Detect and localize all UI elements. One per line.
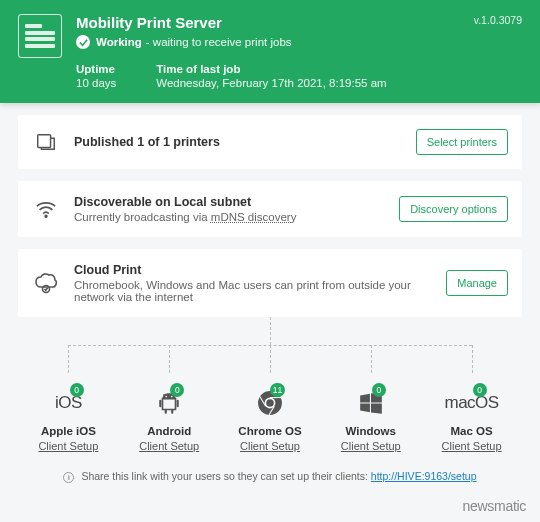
platform-windows: 0 Windows Client Setup: [320, 387, 421, 452]
platform-chrome: 11 Chrome OS Client Setup: [220, 387, 321, 452]
discover-sub: Currently broadcasting via mDNS discover…: [74, 211, 399, 223]
server-status: Working - waiting to receive print jobs: [76, 35, 522, 49]
server-header: Mobility Print Server Working - waiting …: [0, 0, 540, 103]
windows-icon: 0: [320, 387, 421, 419]
macos-icon: macOS 0: [421, 387, 522, 419]
svg-point-1: [45, 215, 47, 217]
platform-macos: macOS 0 Mac OS Client Setup: [421, 387, 522, 452]
ios-icon: iOS 0: [18, 387, 119, 419]
chrome-setup-link[interactable]: Client Setup: [220, 440, 321, 452]
svg-rect-7: [165, 410, 167, 414]
manage-button[interactable]: Manage: [446, 270, 508, 296]
info-icon: i: [63, 472, 74, 483]
ios-badge: 0: [70, 383, 84, 397]
discovery-options-button[interactable]: Discovery options: [399, 196, 508, 222]
version-label: v.1.0.3079: [474, 14, 522, 26]
cloud-print-icon: [32, 271, 60, 295]
server-logo-icon: [18, 14, 62, 58]
select-printers-button[interactable]: Select printers: [416, 129, 508, 155]
svg-rect-6: [177, 400, 179, 408]
platform-android: 0 Android Client Setup: [119, 387, 220, 452]
card-cloud: Cloud Print Chromebook, Windows and Mac …: [18, 249, 522, 317]
printers-title: Published 1 of 1 printers: [74, 135, 416, 149]
share-row: i Share this link with your users so the…: [0, 462, 540, 491]
discover-title: Discoverable on Local subnet: [74, 195, 399, 209]
uptime-value: 10 days: [76, 77, 116, 89]
mdns-link[interactable]: mDNS discovery: [211, 211, 297, 223]
svg-point-3: [166, 396, 168, 398]
ios-setup-link[interactable]: Client Setup: [18, 440, 119, 452]
card-discover: Discoverable on Local subnet Currently b…: [18, 181, 522, 237]
status-working-label: Working: [96, 36, 142, 48]
platform-ios: iOS 0 Apple iOS Client Setup: [18, 387, 119, 452]
platforms-row: iOS 0 Apple iOS Client Setup 0 Android C…: [0, 387, 540, 462]
lastjob-value: Wednesday, February 17th 2021, 8:19:55 a…: [156, 77, 386, 89]
android-setup-link[interactable]: Client Setup: [119, 440, 220, 452]
cloud-title: Cloud Print: [74, 263, 446, 277]
chrome-badge: 11: [270, 383, 285, 397]
lastjob-label: Time of last job: [156, 63, 386, 75]
android-badge: 0: [170, 383, 184, 397]
macos-badge: 0: [473, 383, 487, 397]
svg-rect-8: [171, 410, 173, 414]
lastjob-block: Time of last job Wednesday, February 17t…: [156, 63, 386, 89]
android-name: Android: [119, 425, 220, 437]
macos-name: Mac OS: [421, 425, 522, 437]
watermark: newsmatic: [463, 498, 526, 514]
svg-rect-5: [159, 400, 161, 408]
macos-setup-link[interactable]: Client Setup: [421, 440, 522, 452]
status-check-icon: [76, 35, 90, 49]
ios-name: Apple iOS: [18, 425, 119, 437]
status-detail: - waiting to receive print jobs: [146, 36, 292, 48]
cloud-sub: Chromebook, Windows and Mac users can pr…: [74, 279, 446, 303]
windows-name: Windows: [320, 425, 421, 437]
windows-setup-link[interactable]: Client Setup: [320, 440, 421, 452]
svg-rect-0: [38, 135, 51, 148]
server-title: Mobility Print Server: [76, 14, 522, 31]
share-url-link[interactable]: http://HIVE:9163/setup: [371, 470, 477, 482]
android-icon: 0: [119, 387, 220, 419]
uptime-label: Uptime: [76, 63, 116, 75]
discover-sub-prefix: Currently broadcasting via: [74, 211, 211, 223]
connector-diagram: [18, 317, 522, 387]
share-text: Share this link with your users so they …: [81, 470, 370, 482]
chrome-name: Chrome OS: [220, 425, 321, 437]
wifi-icon: [32, 198, 60, 220]
card-printers: Published 1 of 1 printers Select printer…: [18, 115, 522, 169]
chrome-icon: 11: [220, 387, 321, 419]
uptime-block: Uptime 10 days: [76, 63, 116, 89]
windows-badge: 0: [372, 383, 386, 397]
printer-icon: [32, 131, 60, 153]
svg-point-11: [266, 399, 274, 407]
